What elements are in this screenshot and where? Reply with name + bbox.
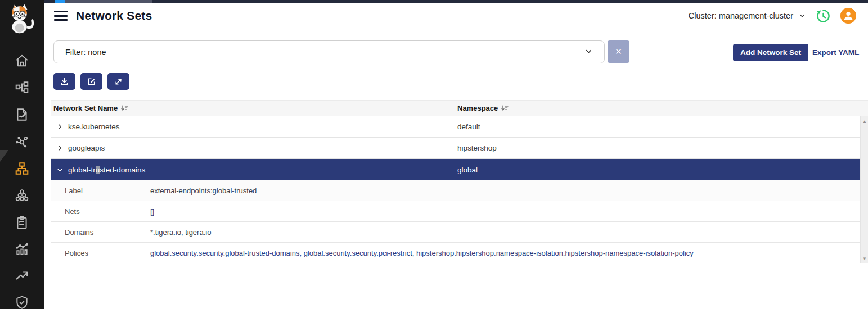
column-header-network-set-name[interactable]: Network Set Name xyxy=(53,101,128,116)
chevron-right-icon[interactable] xyxy=(57,124,63,130)
service-graph-icon[interactable] xyxy=(15,134,29,149)
edit-button[interactable] xyxy=(80,73,102,90)
clear-filter-button[interactable]: ✕ xyxy=(608,40,629,63)
detail-row: Label external-endpoints:global-trusted xyxy=(51,180,860,201)
namespace-value: hipstershop xyxy=(457,144,497,152)
shield-check-icon[interactable] xyxy=(15,295,29,309)
expand-button[interactable] xyxy=(107,73,129,90)
edit-icon xyxy=(87,77,96,87)
detail-value-policies[interactable]: global.security.security.global-trusted-… xyxy=(150,249,694,257)
stats-chart-icon[interactable] xyxy=(15,242,29,256)
sort-icon xyxy=(501,105,509,111)
chevron-down-icon xyxy=(584,47,593,57)
policy-edit-icon[interactable] xyxy=(15,107,29,122)
history-icon[interactable] xyxy=(816,8,831,24)
column-header-namespace[interactable]: Namespace xyxy=(457,101,509,116)
namespace-value: default xyxy=(457,122,480,131)
clusters-icon[interactable] xyxy=(15,188,29,203)
network-set-name: kse.kubernetes xyxy=(68,122,120,131)
detail-row: Domains *.tigera.io, tigera.io xyxy=(51,222,860,243)
detail-value: *.tigera.io, tigera.io xyxy=(150,228,211,237)
clipboard-report-icon[interactable] xyxy=(15,215,29,230)
detail-value: [] xyxy=(150,207,154,216)
detail-row: Nets [] xyxy=(51,201,860,222)
chevron-right-icon[interactable] xyxy=(57,145,63,151)
cluster-selector-label: Cluster: management-cluster xyxy=(689,11,793,20)
calico-cat-logo[interactable] xyxy=(6,3,38,35)
expand-icon xyxy=(114,77,123,87)
network-sets-page: Network Sets Cluster: management-cluster xyxy=(0,0,868,309)
user-avatar[interactable] xyxy=(840,8,856,24)
add-network-set-button[interactable]: Add Network Set xyxy=(733,44,808,61)
network-set-name: global-trusted-domains xyxy=(68,166,145,174)
hamburger-menu-icon[interactable] xyxy=(54,11,68,21)
table-scrollbar[interactable]: ▲ ▼ xyxy=(860,116,868,263)
sidebar-fold-decoration xyxy=(0,150,8,162)
detail-label: Nets xyxy=(51,207,150,216)
table-row-selected[interactable]: global-trusted-domains global xyxy=(51,159,860,180)
network-sets-icon[interactable] xyxy=(15,161,29,176)
detail-value: external-endpoints:global-trusted xyxy=(150,187,257,195)
sort-icon xyxy=(121,105,128,111)
detail-label: Domains xyxy=(51,228,150,237)
scroll-up-arrow[interactable]: ▲ xyxy=(861,117,868,125)
detail-label: Polices xyxy=(51,249,150,257)
table-row[interactable]: googleapis hipstershop xyxy=(51,138,860,159)
scroll-down-arrow[interactable]: ▼ xyxy=(861,255,868,262)
filter-dropdown-value: Filter: none xyxy=(65,48,106,57)
namespace-value: global xyxy=(457,166,478,174)
chevron-down-icon xyxy=(798,12,806,20)
sidebar xyxy=(0,0,44,309)
download-button[interactable] xyxy=(53,73,75,90)
top-header: Network Sets Cluster: management-cluster xyxy=(44,3,868,29)
page-title: Network Sets xyxy=(76,9,152,22)
chevron-down-icon[interactable] xyxy=(57,167,63,173)
detail-label: Label xyxy=(51,187,150,195)
topology-icon[interactable] xyxy=(15,80,29,95)
export-yaml-link[interactable]: Export YAML xyxy=(812,44,859,61)
download-icon xyxy=(60,77,69,87)
home-icon[interactable] xyxy=(15,53,29,68)
filter-dropdown[interactable]: Filter: none xyxy=(53,40,605,63)
table-row[interactable]: kse.kubernetes default xyxy=(51,116,860,138)
cluster-selector[interactable]: Cluster: management-cluster xyxy=(689,11,806,20)
table-header: Network Set Name Namespace xyxy=(51,100,868,116)
detail-row: Polices global.security.security.global-… xyxy=(51,243,860,263)
network-set-name: googleapis xyxy=(68,144,105,152)
trend-icon[interactable] xyxy=(15,269,29,283)
